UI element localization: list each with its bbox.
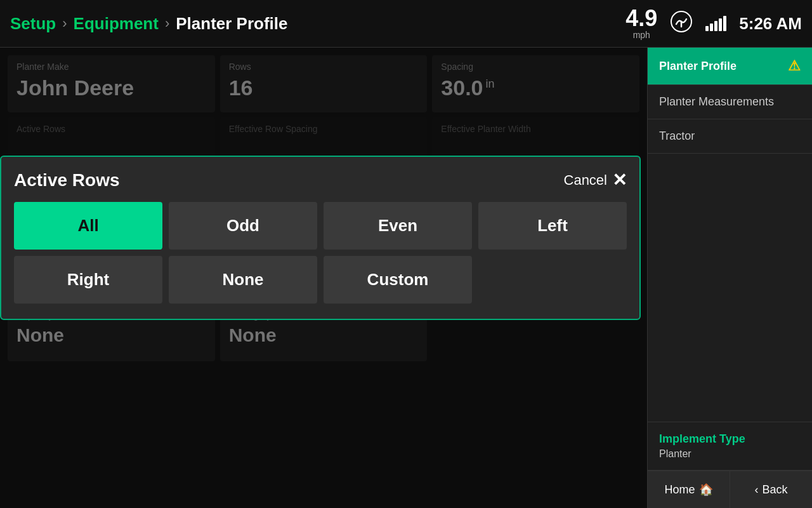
active-rows-even-button[interactable]: Even: [324, 202, 472, 250]
close-icon: ✕: [612, 170, 627, 190]
home-label: Home: [664, 483, 695, 497]
active-rows-none-button[interactable]: None: [169, 256, 317, 304]
breadcrumb: Setup › Equipment › Planter Profile: [10, 14, 625, 34]
sidebar-nav: Home 🏠 ‹ Back: [648, 471, 812, 508]
speed-value: 4.9: [625, 7, 657, 30]
active-rows-left-button[interactable]: Left: [478, 202, 627, 250]
cancel-label: Cancel: [564, 172, 607, 189]
header-right: 4.9 mph 5:26 AM: [625, 7, 802, 40]
modal-title: Active Rows: [14, 170, 120, 190]
implement-type-label: Implement Type: [659, 432, 801, 446]
modal-header: Active Rows Cancel ✕: [14, 170, 627, 190]
sidebar-spacer: [648, 154, 812, 422]
breadcrumb-sep-1: ›: [62, 15, 67, 32]
signal-bars-icon: [705, 16, 726, 31]
sidebar-planter-profile-label: Planter Profile: [659, 60, 737, 73]
sidebar-planter-measurements-label: Planter Measurements: [659, 95, 774, 108]
active-rows-odd-button[interactable]: Odd: [169, 202, 317, 250]
sidebar-item-tractor[interactable]: Tractor: [648, 119, 812, 154]
signal-icon: [670, 10, 693, 37]
modal-overlay: Active Rows Cancel ✕ All Odd Even Left R…: [0, 48, 647, 508]
breadcrumb-current: Planter Profile: [176, 14, 287, 34]
speed-unit: mph: [625, 30, 657, 40]
back-label: Back: [762, 483, 787, 497]
active-rows-right-button[interactable]: Right: [14, 256, 162, 304]
home-icon: 🏠: [699, 483, 713, 497]
breadcrumb-sep-2: ›: [165, 15, 169, 32]
speed-block: 4.9 mph: [625, 7, 657, 40]
sidebar-item-planter-measurements[interactable]: Planter Measurements: [648, 85, 812, 119]
active-rows-modal: Active Rows Cancel ✕ All Odd Even Left R…: [0, 156, 641, 320]
modal-buttons-row1: All Odd Even Left: [14, 202, 627, 250]
content-area: Planter Make John Deere Rows 16 Spacing …: [0, 48, 647, 508]
sidebar-tractor-label: Tractor: [659, 130, 695, 142]
active-rows-all-button[interactable]: All: [14, 202, 162, 250]
implement-type-section: Implement Type Planter: [648, 422, 812, 471]
sidebar-item-planter-profile[interactable]: Planter Profile ⚠: [648, 48, 812, 85]
back-chevron-icon: ‹: [754, 483, 758, 497]
main-layout: Planter Make John Deere Rows 16 Spacing …: [0, 48, 812, 508]
breadcrumb-equipment[interactable]: Equipment: [74, 14, 159, 34]
home-button[interactable]: Home 🏠: [648, 471, 730, 508]
back-button[interactable]: ‹ Back: [730, 471, 812, 508]
breadcrumb-setup[interactable]: Setup: [10, 14, 56, 34]
sidebar: Planter Profile ⚠ Planter Measurements T…: [647, 48, 812, 508]
modal-buttons-row2: Right None Custom: [14, 256, 627, 304]
implement-type-value: Planter: [659, 448, 801, 460]
header: Setup › Equipment › Planter Profile 4.9 …: [0, 0, 812, 48]
warning-icon: ⚠: [788, 58, 801, 74]
active-rows-custom-button[interactable]: Custom: [324, 256, 472, 304]
cancel-button[interactable]: Cancel ✕: [564, 170, 627, 190]
current-time: 5:26 AM: [739, 14, 802, 34]
